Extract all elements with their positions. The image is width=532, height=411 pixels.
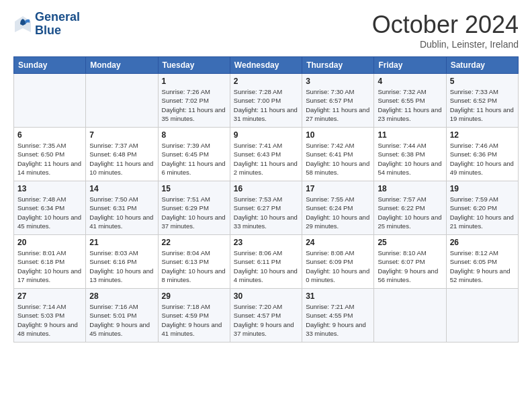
day-number: 29 [162,291,226,301]
day-number: 21 [89,238,154,247]
day-number: 28 [89,291,154,301]
day-info: Sunrise: 7:28 AM Sunset: 7:00 PM Dayligh… [234,87,298,123]
day-number: 10 [306,130,370,140]
header: General Blue October 2024 Dublin, Leinst… [13,11,519,50]
day-info: Sunrise: 7:18 AM Sunset: 4:59 PM Dayligh… [162,302,226,338]
day-number: 25 [378,238,442,247]
table-row: 19Sunrise: 7:59 AM Sunset: 6:20 PM Dayli… [446,181,518,235]
table-row: 6Sunrise: 7:35 AM Sunset: 6:50 PM Daylig… [14,128,86,181]
col-thursday: Thursday [302,57,374,74]
day-info: Sunrise: 7:51 AM Sunset: 6:29 PM Dayligh… [162,195,226,230]
day-info: Sunrise: 7:50 AM Sunset: 6:31 PM Dayligh… [89,195,154,230]
day-number: 7 [89,130,154,140]
table-row: 30Sunrise: 7:20 AM Sunset: 4:57 PM Dayli… [230,289,302,342]
table-row: 3Sunrise: 7:30 AM Sunset: 6:57 PM Daylig… [302,74,374,128]
table-row: 12Sunrise: 7:46 AM Sunset: 6:36 PM Dayli… [446,128,518,181]
day-info: Sunrise: 7:32 AM Sunset: 6:55 PM Dayligh… [378,87,442,123]
day-info: Sunrise: 7:44 AM Sunset: 6:38 PM Dayligh… [378,141,442,177]
logo-line2: Blue [35,24,80,38]
table-row: 4Sunrise: 7:32 AM Sunset: 6:55 PM Daylig… [374,74,446,128]
day-info: Sunrise: 7:33 AM Sunset: 6:52 PM Dayligh… [450,87,515,123]
table-row: 11Sunrise: 7:44 AM Sunset: 6:38 PM Dayli… [374,128,446,181]
col-friday: Friday [374,57,446,74]
table-row [374,289,446,342]
day-info: Sunrise: 7:20 AM Sunset: 4:57 PM Dayligh… [234,302,298,338]
table-row: 27Sunrise: 7:14 AM Sunset: 5:03 PM Dayli… [14,289,86,342]
table-row: 5Sunrise: 7:33 AM Sunset: 6:52 PM Daylig… [446,74,518,128]
day-number: 27 [17,291,82,301]
location: Dublin, Leinster, Ireland [372,39,519,50]
table-row: 15Sunrise: 7:51 AM Sunset: 6:29 PM Dayli… [158,181,230,235]
day-number: 13 [17,184,82,193]
day-number: 9 [234,130,298,140]
table-row: 31Sunrise: 7:21 AM Sunset: 4:55 PM Dayli… [302,289,374,342]
day-info: Sunrise: 7:30 AM Sunset: 6:57 PM Dayligh… [306,87,370,123]
table-row: 2Sunrise: 7:28 AM Sunset: 7:00 PM Daylig… [230,74,302,128]
calendar-week-5: 27Sunrise: 7:14 AM Sunset: 5:03 PM Dayli… [14,289,519,342]
day-number: 22 [162,238,226,247]
day-number: 2 [234,77,298,86]
day-number: 20 [17,238,82,247]
calendar-week-4: 20Sunrise: 8:01 AM Sunset: 6:18 PM Dayli… [14,235,519,289]
table-row: 8Sunrise: 7:39 AM Sunset: 6:45 PM Daylig… [158,128,230,181]
title-block: October 2024 Dublin, Leinster, Ireland [372,11,519,50]
table-row: 9Sunrise: 7:41 AM Sunset: 6:43 PM Daylig… [230,128,302,181]
table-row: 24Sunrise: 8:08 AM Sunset: 6:09 PM Dayli… [302,235,374,289]
calendar-week-2: 6Sunrise: 7:35 AM Sunset: 6:50 PM Daylig… [14,128,519,181]
logo-icon [13,15,32,34]
col-monday: Monday [86,57,158,74]
day-number: 5 [450,77,515,86]
table-row [446,289,518,342]
table-row: 7Sunrise: 7:37 AM Sunset: 6:48 PM Daylig… [86,128,158,181]
day-info: Sunrise: 8:08 AM Sunset: 6:09 PM Dayligh… [306,248,370,284]
table-row: 21Sunrise: 8:03 AM Sunset: 6:16 PM Dayli… [86,235,158,289]
table-row: 10Sunrise: 7:42 AM Sunset: 6:41 PM Dayli… [302,128,374,181]
day-number: 11 [378,130,442,140]
page: General Blue October 2024 Dublin, Leinst… [0,0,532,353]
day-info: Sunrise: 8:10 AM Sunset: 6:07 PM Dayligh… [378,248,442,284]
table-row: 29Sunrise: 7:18 AM Sunset: 4:59 PM Dayli… [158,289,230,342]
day-number: 16 [234,184,298,193]
day-info: Sunrise: 7:41 AM Sunset: 6:43 PM Dayligh… [234,141,298,177]
day-info: Sunrise: 7:39 AM Sunset: 6:45 PM Dayligh… [162,141,226,177]
day-info: Sunrise: 7:21 AM Sunset: 4:55 PM Dayligh… [306,302,370,338]
day-number: 8 [162,130,226,140]
table-row: 23Sunrise: 8:06 AM Sunset: 6:11 PM Dayli… [230,235,302,289]
table-row: 25Sunrise: 8:10 AM Sunset: 6:07 PM Dayli… [374,235,446,289]
logo-line1: General [35,11,80,24]
day-number: 23 [234,238,298,247]
day-number: 31 [306,291,370,301]
day-number: 18 [378,184,442,193]
day-number: 24 [306,238,370,247]
day-info: Sunrise: 7:42 AM Sunset: 6:41 PM Dayligh… [306,141,370,177]
table-row: 26Sunrise: 8:12 AM Sunset: 6:05 PM Dayli… [446,235,518,289]
table-row: 18Sunrise: 7:57 AM Sunset: 6:22 PM Dayli… [374,181,446,235]
table-row: 22Sunrise: 8:04 AM Sunset: 6:13 PM Dayli… [158,235,230,289]
table-row: 13Sunrise: 7:48 AM Sunset: 6:34 PM Dayli… [14,181,86,235]
day-number: 19 [450,184,515,193]
table-row [14,74,86,128]
table-row: 14Sunrise: 7:50 AM Sunset: 6:31 PM Dayli… [86,181,158,235]
day-info: Sunrise: 7:55 AM Sunset: 6:24 PM Dayligh… [306,195,370,230]
table-row: 28Sunrise: 7:16 AM Sunset: 5:01 PM Dayli… [86,289,158,342]
col-tuesday: Tuesday [158,57,230,74]
calendar-week-1: 1Sunrise: 7:26 AM Sunset: 7:02 PM Daylig… [14,74,519,128]
day-number: 26 [450,238,515,247]
col-wednesday: Wednesday [230,57,302,74]
table-row: 16Sunrise: 7:53 AM Sunset: 6:27 PM Dayli… [230,181,302,235]
day-info: Sunrise: 7:46 AM Sunset: 6:36 PM Dayligh… [450,141,515,177]
day-number: 17 [306,184,370,193]
day-info: Sunrise: 7:16 AM Sunset: 5:01 PM Dayligh… [89,302,154,338]
day-number: 4 [378,77,442,86]
col-sunday: Sunday [14,57,86,74]
day-info: Sunrise: 7:48 AM Sunset: 6:34 PM Dayligh… [17,195,82,230]
day-info: Sunrise: 7:14 AM Sunset: 5:03 PM Dayligh… [17,302,82,338]
day-info: Sunrise: 7:59 AM Sunset: 6:20 PM Dayligh… [450,195,515,230]
day-info: Sunrise: 7:26 AM Sunset: 7:02 PM Dayligh… [162,87,226,123]
day-number: 14 [89,184,154,193]
calendar: Sunday Monday Tuesday Wednesday Thursday… [13,56,519,342]
day-number: 6 [17,130,82,140]
day-info: Sunrise: 8:12 AM Sunset: 6:05 PM Dayligh… [450,248,515,284]
table-row [86,74,158,128]
calendar-header-row: Sunday Monday Tuesday Wednesday Thursday… [14,57,519,74]
